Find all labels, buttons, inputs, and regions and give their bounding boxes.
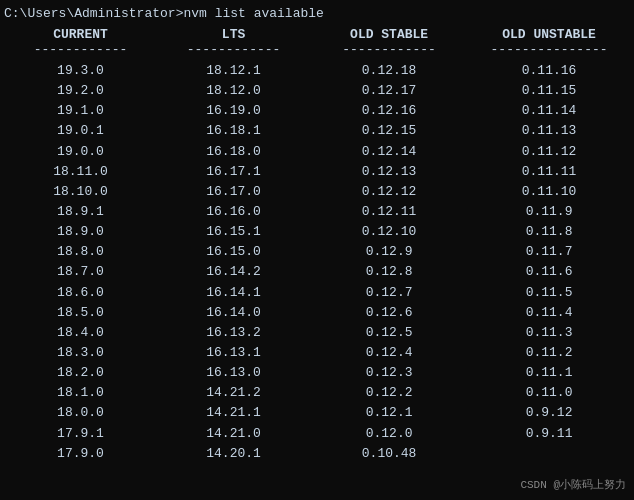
cell-old_stable-13: 0.12.5 <box>310 323 468 343</box>
cell-current-8: 18.9.0 <box>4 222 157 242</box>
cell-old_stable-16: 0.12.2 <box>310 383 468 403</box>
cell-lts-12: 16.14.0 <box>157 303 310 323</box>
cell-current-17: 18.0.0 <box>4 403 157 423</box>
data-rows: 19.3.019.2.019.1.019.0.119.0.018.11.018.… <box>4 61 630 464</box>
cell-lts-11: 16.14.1 <box>157 283 310 303</box>
cell-current-6: 18.10.0 <box>4 182 157 202</box>
command-line: C:\Users\Administrator>nvm list availabl… <box>4 6 630 21</box>
cell-old_unstable-8: 0.11.8 <box>468 222 630 242</box>
cell-old_unstable-4: 0.11.12 <box>468 142 630 162</box>
divider-lts: ------------ <box>157 42 310 57</box>
cell-lts-17: 14.21.1 <box>157 403 310 423</box>
cell-lts-18: 14.21.0 <box>157 424 310 444</box>
cell-current-10: 18.7.0 <box>4 262 157 282</box>
cell-current-16: 18.1.0 <box>4 383 157 403</box>
cell-old_unstable-18: 0.9.11 <box>468 424 630 444</box>
cell-old_stable-4: 0.12.14 <box>310 142 468 162</box>
cell-current-14: 18.3.0 <box>4 343 157 363</box>
cell-lts-1: 18.12.0 <box>157 81 310 101</box>
cell-old_unstable-6: 0.11.10 <box>468 182 630 202</box>
cell-old_unstable-17: 0.9.12 <box>468 403 630 423</box>
cell-lts-0: 18.12.1 <box>157 61 310 81</box>
cell-old_stable-11: 0.12.7 <box>310 283 468 303</box>
cell-old_stable-18: 0.12.0 <box>310 424 468 444</box>
cell-old_stable-7: 0.12.11 <box>310 202 468 222</box>
cell-lts-2: 16.19.0 <box>157 101 310 121</box>
cell-old_stable-5: 0.12.13 <box>310 162 468 182</box>
cell-old_stable-19: 0.10.48 <box>310 444 468 464</box>
cell-old_unstable-13: 0.11.3 <box>468 323 630 343</box>
header-current: CURRENT <box>4 27 157 42</box>
cell-lts-5: 16.17.1 <box>157 162 310 182</box>
cell-old_unstable-2: 0.11.14 <box>468 101 630 121</box>
cell-current-19: 17.9.0 <box>4 444 157 464</box>
cell-current-18: 17.9.1 <box>4 424 157 444</box>
cell-old_stable-17: 0.12.1 <box>310 403 468 423</box>
cell-old_stable-1: 0.12.17 <box>310 81 468 101</box>
cell-old_stable-6: 0.12.12 <box>310 182 468 202</box>
cell-old_stable-2: 0.12.16 <box>310 101 468 121</box>
cell-current-5: 18.11.0 <box>4 162 157 182</box>
watermark: CSDN @小陈码上努力 <box>520 477 626 492</box>
cell-old_unstable-15: 0.11.1 <box>468 363 630 383</box>
cell-old_unstable-1: 0.11.15 <box>468 81 630 101</box>
cell-lts-4: 16.18.0 <box>157 142 310 162</box>
cell-old_unstable-12: 0.11.4 <box>468 303 630 323</box>
cell-old_unstable-9: 0.11.7 <box>468 242 630 262</box>
cell-old_stable-15: 0.12.3 <box>310 363 468 383</box>
cell-old_stable-3: 0.12.15 <box>310 121 468 141</box>
table-container: CURRENT LTS OLD STABLE OLD UNSTABLE ----… <box>4 27 630 464</box>
cell-lts-8: 16.15.1 <box>157 222 310 242</box>
cell-old_stable-12: 0.12.6 <box>310 303 468 323</box>
header-old-unstable: OLD UNSTABLE <box>468 27 630 42</box>
cell-old_unstable-0: 0.11.16 <box>468 61 630 81</box>
cell-old_unstable-14: 0.11.2 <box>468 343 630 363</box>
divider-old-stable: ------------ <box>310 42 468 57</box>
cell-lts-19: 14.20.1 <box>157 444 310 464</box>
cell-lts-14: 16.13.1 <box>157 343 310 363</box>
cell-current-11: 18.6.0 <box>4 283 157 303</box>
cell-current-3: 19.0.1 <box>4 121 157 141</box>
cell-current-12: 18.5.0 <box>4 303 157 323</box>
cell-old_stable-10: 0.12.8 <box>310 262 468 282</box>
cell-lts-9: 16.15.0 <box>157 242 310 262</box>
cell-lts-6: 16.17.0 <box>157 182 310 202</box>
divider-old-unstable: --------------- <box>468 42 630 57</box>
divider-row: ------------ ------------ ------------ -… <box>4 42 630 57</box>
cell-old_unstable-16: 0.11.0 <box>468 383 630 403</box>
data-column-col-lts: 18.12.118.12.016.19.016.18.116.18.016.17… <box>157 61 310 464</box>
cell-old_stable-8: 0.12.10 <box>310 222 468 242</box>
data-column-col-current: 19.3.019.2.019.1.019.0.119.0.018.11.018.… <box>4 61 157 464</box>
cell-current-4: 19.0.0 <box>4 142 157 162</box>
terminal: C:\Users\Administrator>nvm list availabl… <box>0 0 634 500</box>
cell-current-13: 18.4.0 <box>4 323 157 343</box>
cell-current-9: 18.8.0 <box>4 242 157 262</box>
cell-current-0: 19.3.0 <box>4 61 157 81</box>
data-column-col-old-unstable: 0.11.160.11.150.11.140.11.130.11.120.11.… <box>468 61 630 464</box>
cell-lts-7: 16.16.0 <box>157 202 310 222</box>
cell-current-15: 18.2.0 <box>4 363 157 383</box>
header-old-stable: OLD STABLE <box>310 27 468 42</box>
cell-old_stable-9: 0.12.9 <box>310 242 468 262</box>
cell-lts-15: 16.13.0 <box>157 363 310 383</box>
data-column-col-old-stable: 0.12.180.12.170.12.160.12.150.12.140.12.… <box>310 61 468 464</box>
cell-current-7: 18.9.1 <box>4 202 157 222</box>
cell-old_unstable-10: 0.11.6 <box>468 262 630 282</box>
cell-old_unstable-7: 0.11.9 <box>468 202 630 222</box>
cell-lts-10: 16.14.2 <box>157 262 310 282</box>
cell-lts-3: 16.18.1 <box>157 121 310 141</box>
cell-lts-13: 16.13.2 <box>157 323 310 343</box>
cell-old_unstable-11: 0.11.5 <box>468 283 630 303</box>
cell-old_unstable-3: 0.11.13 <box>468 121 630 141</box>
divider-current: ------------ <box>4 42 157 57</box>
cell-old_stable-14: 0.12.4 <box>310 343 468 363</box>
cell-old_unstable-5: 0.11.11 <box>468 162 630 182</box>
cell-old_stable-0: 0.12.18 <box>310 61 468 81</box>
header-lts: LTS <box>157 27 310 42</box>
cell-lts-16: 14.21.2 <box>157 383 310 403</box>
cell-current-2: 19.1.0 <box>4 101 157 121</box>
cell-current-1: 19.2.0 <box>4 81 157 101</box>
table-header-row: CURRENT LTS OLD STABLE OLD UNSTABLE <box>4 27 630 42</box>
